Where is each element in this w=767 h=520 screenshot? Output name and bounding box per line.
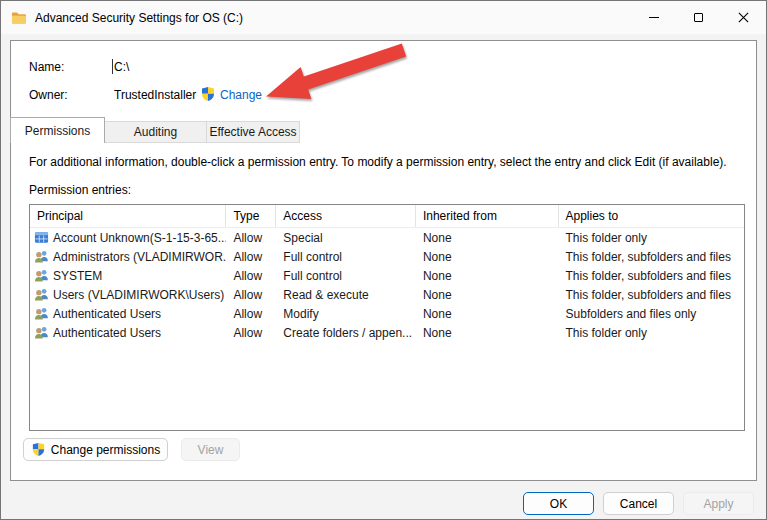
- tab-auditing[interactable]: Auditing: [105, 121, 207, 143]
- close-button[interactable]: [721, 1, 766, 34]
- name-label: Name:: [29, 60, 64, 74]
- table-row[interactable]: Users (VLADIMIRWORK\Users) Allow Read & …: [30, 285, 744, 304]
- cell-access: Create folders / appen...: [276, 323, 416, 342]
- ok-button[interactable]: OK: [523, 492, 594, 515]
- tab-strip: Permissions Auditing Effective Access: [10, 117, 300, 143]
- title-bar: Advanced Security Settings for OS (C:): [1, 1, 766, 34]
- maximize-button[interactable]: [676, 1, 721, 34]
- column-header-inherited-from[interactable]: Inherited from: [416, 205, 559, 227]
- instructions-text: For additional information, double-click…: [29, 155, 744, 169]
- apply-button[interactable]: Apply: [683, 492, 754, 515]
- maximize-icon: [694, 13, 703, 22]
- cell-access: Read & execute: [276, 285, 416, 304]
- owner-value: TrustedInstaller: [114, 88, 196, 102]
- table-row[interactable]: Administrators (VLADIMIRWOR... Allow Ful…: [30, 247, 744, 266]
- cell-principal: Administrators (VLADIMIRWOR...: [53, 250, 226, 264]
- column-header-principal[interactable]: Principal: [30, 205, 226, 227]
- cell-applies-to: Subfolders and files only: [559, 304, 744, 323]
- column-header-applies-to[interactable]: Applies to: [559, 205, 744, 227]
- tab-permissions[interactable]: Permissions: [10, 117, 105, 143]
- permission-entries-label: Permission entries:: [29, 183, 131, 197]
- cell-access: Special: [276, 228, 416, 247]
- cell-principal: Authenticated Users: [53, 326, 161, 340]
- table-row[interactable]: SYSTEM Allow Full control None This fold…: [30, 266, 744, 285]
- cell-applies-to: This folder, subfolders and files: [559, 266, 744, 285]
- dialog-window: Advanced Security Settings for OS (C:) N…: [0, 0, 767, 520]
- cell-type: Allow: [226, 304, 276, 323]
- column-header-access[interactable]: Access: [276, 205, 416, 227]
- cancel-button[interactable]: Cancel: [603, 492, 674, 515]
- view-button[interactable]: View: [181, 438, 240, 461]
- group-icon: [34, 325, 49, 340]
- cell-inherited-from: None: [416, 304, 559, 323]
- cell-inherited-from: None: [416, 323, 559, 342]
- cell-principal: SYSTEM: [53, 269, 102, 283]
- minimize-icon: [649, 17, 659, 18]
- table-row[interactable]: Authenticated Users Allow Create folders…: [30, 323, 744, 342]
- table-row[interactable]: Authenticated Users Allow Modify None Su…: [30, 304, 744, 323]
- cell-principal: Authenticated Users: [53, 307, 161, 321]
- group-icon: [34, 249, 49, 264]
- cell-type: Allow: [226, 228, 276, 247]
- tab-effective-access[interactable]: Effective Access: [207, 121, 300, 143]
- window-title: Advanced Security Settings for OS (C:): [35, 11, 243, 25]
- cell-applies-to: This folder, subfolders and files: [559, 247, 744, 266]
- cell-type: Allow: [226, 266, 276, 285]
- change-permissions-button[interactable]: Change permissions: [23, 438, 168, 461]
- cell-type: Allow: [226, 323, 276, 342]
- table-header: Principal Type Access Inherited from App…: [30, 205, 744, 228]
- cell-applies-to: This folder only: [559, 228, 744, 247]
- cell-type: Allow: [226, 285, 276, 304]
- cell-type: Allow: [226, 247, 276, 266]
- change-owner-link[interactable]: Change: [220, 88, 262, 102]
- group-icon: [34, 268, 49, 283]
- cell-access: Modify: [276, 304, 416, 323]
- uac-shield-icon: [31, 442, 46, 457]
- table-row[interactable]: Account Unknown(S-1-15-3-65... Allow Spe…: [30, 228, 744, 247]
- uac-shield-icon: [200, 86, 216, 102]
- cell-inherited-from: None: [416, 266, 559, 285]
- group-icon: [34, 287, 49, 302]
- owner-label: Owner:: [29, 88, 68, 102]
- cell-access: Full control: [276, 247, 416, 266]
- cell-applies-to: This folder only: [559, 323, 744, 342]
- cell-principal: Users (VLADIMIRWORK\Users): [53, 288, 224, 302]
- cell-applies-to: This folder, subfolders and files: [559, 285, 744, 304]
- column-header-type[interactable]: Type: [226, 205, 276, 227]
- folder-icon: [11, 10, 27, 26]
- cell-principal: Account Unknown(S-1-15-3-65...: [53, 231, 226, 245]
- content-panel: Name: C:\ Owner: TrustedInstaller Change…: [10, 40, 757, 481]
- text-caret: [112, 59, 113, 74]
- cell-inherited-from: None: [416, 228, 559, 247]
- group-icon: [34, 306, 49, 321]
- permission-entries-table: Principal Type Access Inherited from App…: [29, 204, 745, 431]
- cell-inherited-from: None: [416, 285, 559, 304]
- minimize-button[interactable]: [631, 1, 676, 34]
- change-permissions-label: Change permissions: [51, 443, 160, 457]
- cell-inherited-from: None: [416, 247, 559, 266]
- close-icon: [738, 12, 749, 23]
- name-value: C:\: [114, 60, 129, 74]
- cell-access: Full control: [276, 266, 416, 285]
- app-icon: [34, 230, 49, 245]
